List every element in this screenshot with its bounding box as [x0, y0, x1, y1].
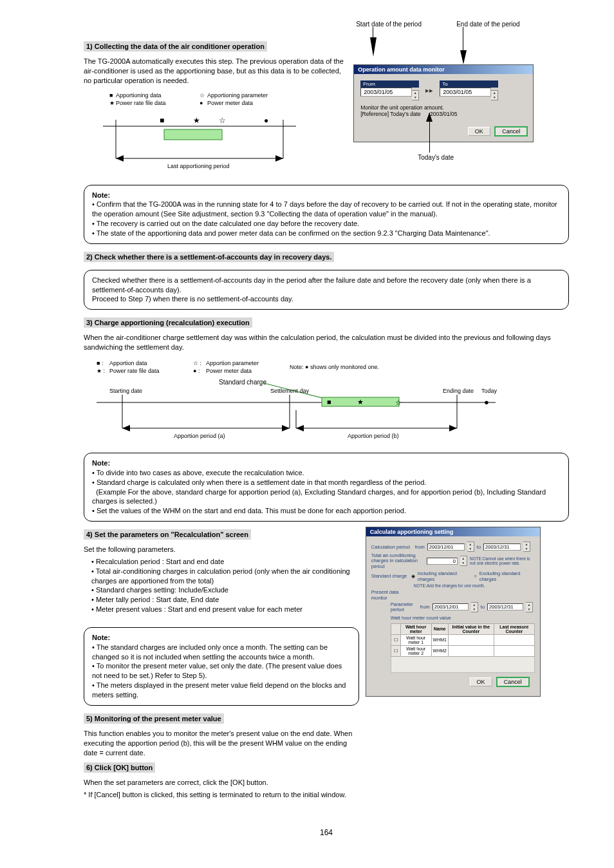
ok-button[interactable]: OK	[470, 677, 492, 686]
dialog-line1: Monitor the unit operation amount.	[360, 104, 526, 111]
table-row[interactable]: Watt hour meter 1	[400, 634, 431, 645]
svg-text:★ :: ★ :	[97, 368, 105, 374]
svg-rect-14	[164, 129, 222, 140]
calc-to-input[interactable]: 2003/12/31	[483, 543, 521, 551]
svg-text:Power meter data: Power meter data	[206, 368, 252, 374]
hdr-step4: 4) Set the parameters on "Recalculation"…	[84, 529, 251, 540]
svg-text:Ending date: Ending date	[443, 388, 474, 394]
para-step4: Set the following parameters.	[84, 545, 359, 554]
to-label: To	[440, 80, 498, 88]
svg-text:●: ●	[200, 100, 203, 106]
arrow-up-icon	[426, 113, 433, 122]
svg-text:☆: ☆	[219, 116, 226, 125]
para-step5: This function enables you to monitor the…	[84, 729, 359, 758]
svg-text:■: ■	[160, 116, 164, 125]
svg-text:● :: ● :	[193, 368, 200, 374]
dialog-ref-label: [Reference] Today's date	[360, 111, 421, 117]
from-label: From	[360, 80, 419, 88]
callout-end: End date of the period	[456, 21, 519, 28]
dialog-operation-amount: Operation amount data monitor From 2003/…	[353, 64, 534, 142]
arrow-down-icon	[370, 37, 377, 57]
radio-excluding[interactable]: Excluding standard charges	[479, 571, 535, 582]
spinner-icon[interactable]: ▲▼	[523, 542, 530, 552]
svg-text:Apportion period (b): Apportion period (b)	[348, 433, 399, 439]
svg-text:Today: Today	[481, 388, 498, 394]
svg-text:Power meter data: Power meter data	[207, 100, 253, 106]
svg-marker-16	[116, 155, 124, 162]
svg-text:Power rate file data: Power rate file data	[109, 368, 160, 374]
svg-text:Apportion period (a): Apportion period (a)	[174, 433, 225, 439]
svg-text:Standard charge: Standard charge	[219, 379, 266, 386]
svg-text:Apportion parameter: Apportion parameter	[206, 360, 259, 366]
param-to-input[interactable]: 2003/12/31	[487, 603, 523, 610]
spinner-icon[interactable]: ▲▼	[467, 542, 474, 552]
para-step6b: * If [Cancel] button is clicked, this se…	[84, 790, 359, 800]
note-box-4: Note: • The standard charges are include…	[84, 627, 359, 706]
dialog-title: Operation amount data monitor	[354, 65, 533, 74]
svg-text:☆: ☆	[200, 92, 205, 99]
svg-text:★: ★	[109, 100, 115, 106]
svg-text:☆ :: ☆ :	[193, 360, 201, 366]
svg-text:■: ■	[327, 398, 331, 406]
dialog2-title: Calculate apportioning setting	[366, 527, 540, 536]
svg-text:Starting date: Starting date	[109, 388, 142, 394]
svg-text:Note: ● shows only monitored o: Note: ● shows only monitored one.	[290, 364, 379, 370]
timeline-1: ■ Apportioning data ★ Power rate file da…	[84, 91, 347, 175]
svg-text:☆: ☆	[395, 399, 402, 406]
spinner-icon[interactable]: ▲▼	[491, 90, 498, 100]
svg-text:■ :: ■ :	[97, 360, 103, 366]
range-arrow-icon: ▸▸	[423, 86, 436, 95]
para-step6a: When the set parameters are correct, cli…	[84, 778, 359, 788]
hdr-step5: 5) Monitoring of the present meter value	[84, 713, 224, 724]
hdr-step6: 6) Click [OK] button	[84, 762, 155, 773]
svg-text:Settlement day: Settlement day	[270, 388, 310, 394]
svg-marker-43	[282, 425, 290, 431]
note-box-3: Note: • To divide into two cases as abov…	[84, 453, 569, 522]
svg-text:Power rate file data: Power rate file data	[116, 100, 166, 106]
calc-from-input[interactable]: 2003/12/01	[427, 543, 465, 551]
callout-today: Today's date	[418, 154, 454, 161]
ok-button[interactable]: OK	[468, 127, 490, 136]
meter-table: Watt hour meter Name Initial value in th…	[391, 623, 535, 657]
spinner-icon[interactable]: ▲▼	[460, 556, 467, 566]
param-list: • Recalculation period : Start and end d…	[91, 557, 359, 614]
cancel-button[interactable]: Cancel	[494, 126, 528, 137]
svg-text:Apportioning parameter: Apportioning parameter	[207, 92, 268, 99]
cancel-button[interactable]: Cancel	[496, 677, 530, 687]
hdr-step1: 1) Collecting the data of the air condit…	[84, 41, 267, 52]
spinner-icon[interactable]: ▲▼	[526, 602, 533, 612]
page-number: 164	[84, 828, 569, 837]
spinner-icon[interactable]: ▲▼	[412, 90, 419, 100]
callout-start: Start date of the period	[356, 21, 422, 28]
dialog-today-value: 2003/01/05	[430, 111, 458, 117]
para-step1: The TG-2000A automatically executes this…	[84, 57, 347, 86]
hdr-step2: 2) Check whether there is a settlement-o…	[84, 252, 334, 262]
svg-marker-45	[296, 425, 304, 431]
svg-text:●: ●	[484, 397, 489, 407]
svg-text:Apportioning data: Apportioning data	[116, 92, 162, 99]
note-box-2: Checked whether there is a settlement-of…	[84, 270, 569, 310]
svg-text:●: ●	[264, 116, 268, 125]
arrow-down-icon	[460, 50, 467, 64]
hdr-step3: 3) Charge apportioning (recalculation) e…	[84, 317, 252, 328]
dialog-calc-apportion: Calculate apportioning setting Calculati…	[366, 527, 541, 697]
svg-text:★: ★	[357, 398, 364, 406]
svg-marker-46	[449, 425, 457, 431]
svg-text:★: ★	[193, 116, 200, 125]
from-date-input[interactable]: 2003/01/05	[360, 88, 412, 97]
timeline-2: ■ :Apportion data ★ :Power rate file dat…	[84, 357, 569, 448]
note-box-1: Note: • Confirm that the TG-2000A was in…	[84, 185, 569, 244]
radio-including[interactable]: Including standard charges	[418, 571, 472, 582]
para-step3: When the air-conditioner charge settleme…	[84, 333, 569, 352]
to-date-input[interactable]: 2003/01/05	[440, 88, 491, 97]
svg-marker-42	[122, 425, 130, 431]
total-charge-input[interactable]: 0	[427, 558, 458, 565]
svg-text:Last apportioning period: Last apportioning period	[167, 163, 230, 169]
param-from-input[interactable]: 2003/12/01	[433, 603, 469, 610]
tl1-label1: ■	[109, 92, 113, 99]
spinner-icon[interactable]: ▲▼	[471, 602, 478, 612]
svg-marker-17	[275, 155, 283, 162]
table-row[interactable]: Watt hour meter 2	[400, 645, 431, 656]
svg-text:Apportion data: Apportion data	[109, 360, 147, 366]
